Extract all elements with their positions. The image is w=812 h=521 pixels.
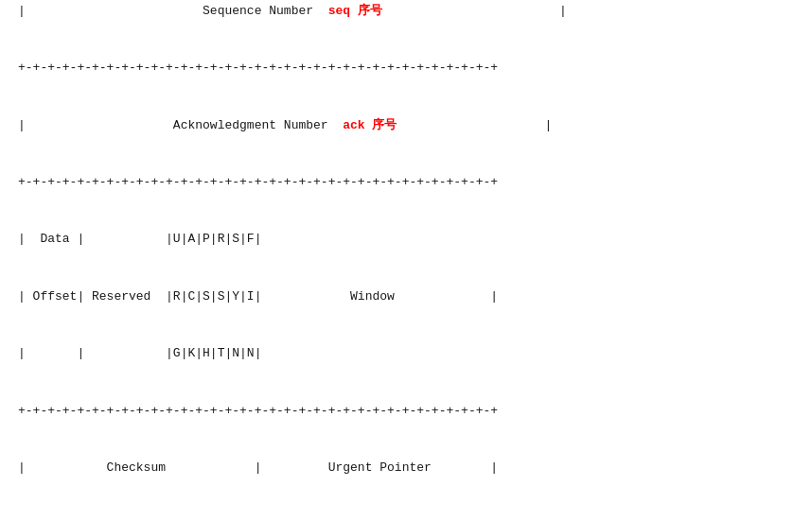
row-flags-1: | Data | |U|A|P|R|S|F|: [18, 230, 794, 249]
tcp-header-diagram: 0 1 2 3 0 1 2 3 4 5 6 7 8 9 0 1 2 3 4 5 …: [18, 0, 794, 521]
row-flags-3: | | |G|K|H|T|N|N|: [18, 344, 794, 363]
divider-5: +-+-+-+-+-+-+-+-+-+-+-+-+-+-+-+-+-+-+-+-…: [18, 402, 794, 421]
ack-annotation: ack 序号: [328, 118, 397, 132]
row-sequence: | Sequence Number seq 序号 |: [18, 2, 794, 21]
ack-prefix: | Acknowledgment Number: [18, 118, 328, 132]
ack-suffix: |: [397, 118, 552, 132]
row-flags-2: | Offset| Reserved |R|C|S|S|Y|I| Window …: [18, 287, 794, 306]
row-ack: | Acknowledgment Number ack 序号 |: [18, 116, 794, 135]
seq-annotation: seq 序号: [313, 4, 382, 18]
divider-6: +-+-+-+-+-+-+-+-+-+-+-+-+-+-+-+-+-+-+-+-…: [18, 516, 794, 521]
divider-4: +-+-+-+-+-+-+-+-+-+-+-+-+-+-+-+-+-+-+-+-…: [18, 173, 794, 192]
tcp-diagram-container: 0 1 2 3 0 1 2 3 4 5 6 7 8 9 0 1 2 3 4 5 …: [18, 0, 794, 521]
seq-suffix: |: [382, 4, 567, 18]
seq-prefix: | Sequence Number: [18, 4, 313, 18]
row-checksum: | Checksum | Urgent Pointer |: [18, 459, 794, 478]
divider-3: +-+-+-+-+-+-+-+-+-+-+-+-+-+-+-+-+-+-+-+-…: [18, 59, 794, 78]
